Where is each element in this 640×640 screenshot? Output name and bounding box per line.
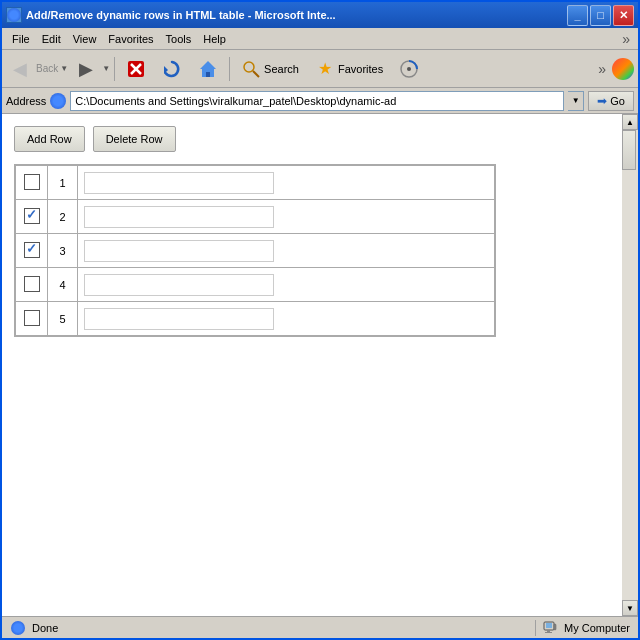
scroll-thumb[interactable] bbox=[622, 130, 636, 170]
menu-favorites[interactable]: Favorites bbox=[102, 31, 159, 47]
stop-icon bbox=[126, 59, 146, 79]
svg-rect-11 bbox=[546, 623, 552, 628]
svg-rect-14 bbox=[554, 624, 556, 630]
search-button[interactable]: Search bbox=[234, 54, 306, 84]
favorites-button[interactable]: ★ Favorites bbox=[308, 54, 390, 84]
svg-point-9 bbox=[407, 67, 411, 71]
toolbar-sep-2 bbox=[229, 57, 230, 81]
minimize-button[interactable]: _ bbox=[567, 5, 588, 26]
search-icon bbox=[241, 59, 261, 79]
home-button[interactable] bbox=[191, 54, 225, 84]
menu-edit[interactable]: Edit bbox=[36, 31, 67, 47]
row-number-1: 1 bbox=[48, 166, 78, 200]
row-checkbox-1[interactable] bbox=[24, 174, 40, 190]
go-arrow-icon: ➡ bbox=[597, 94, 607, 108]
refresh-icon bbox=[162, 59, 182, 79]
back-label: Back bbox=[36, 63, 58, 74]
maximize-button[interactable]: □ bbox=[590, 5, 611, 26]
row-input-3[interactable] bbox=[84, 240, 274, 262]
content-area: Add Row Delete Row 12345 ▲ ▼ bbox=[2, 114, 638, 616]
stop-button[interactable] bbox=[119, 54, 153, 84]
toolbar: ◀ Back ▼ ▶ ▼ bbox=[2, 50, 638, 88]
back-button[interactable]: ◀ bbox=[6, 55, 34, 83]
row-number-4: 4 bbox=[48, 268, 78, 302]
media-button[interactable] bbox=[392, 54, 426, 84]
status-bar: Done My Computer bbox=[2, 616, 638, 638]
scroll-down-button[interactable]: ▼ bbox=[622, 600, 638, 616]
address-input[interactable] bbox=[70, 91, 564, 111]
menu-file[interactable]: File bbox=[6, 31, 36, 47]
menu-tools[interactable]: Tools bbox=[160, 31, 198, 47]
data-table: 12345 bbox=[15, 165, 495, 336]
toolbar-chevron[interactable]: » bbox=[618, 31, 634, 47]
go-button[interactable]: ➡ Go bbox=[588, 91, 634, 111]
row-number-5: 5 bbox=[48, 302, 78, 336]
toolbar-expand[interactable]: » bbox=[594, 61, 610, 77]
title-bar: Add/Remove dynamic rows in HTML table - … bbox=[2, 2, 638, 28]
app-icon bbox=[6, 7, 22, 23]
row-input-4[interactable] bbox=[84, 274, 274, 296]
add-row-button[interactable]: Add Row bbox=[14, 126, 85, 152]
menu-bar: File Edit View Favorites Tools Help » bbox=[2, 28, 638, 50]
computer-icon bbox=[542, 620, 558, 636]
address-icon bbox=[50, 93, 66, 109]
search-label: Search bbox=[264, 63, 299, 75]
table-row: 1 bbox=[16, 166, 495, 200]
row-checkbox-2[interactable] bbox=[24, 208, 40, 224]
page-content: Add Row Delete Row 12345 bbox=[2, 114, 622, 616]
svg-point-6 bbox=[244, 62, 254, 72]
scroll-up-button[interactable]: ▲ bbox=[622, 114, 638, 130]
address-dropdown[interactable]: ▼ bbox=[568, 91, 584, 111]
go-label: Go bbox=[610, 95, 625, 107]
table-row: 3 bbox=[16, 234, 495, 268]
refresh-button[interactable] bbox=[155, 54, 189, 84]
svg-rect-12 bbox=[547, 630, 550, 632]
table-row: 4 bbox=[16, 268, 495, 302]
favorites-icon: ★ bbox=[315, 59, 335, 79]
row-number-2: 2 bbox=[48, 200, 78, 234]
row-input-5[interactable] bbox=[84, 308, 274, 330]
window-controls: _ □ ✕ bbox=[567, 5, 634, 26]
toolbar-sep-1 bbox=[114, 57, 115, 81]
delete-row-button[interactable]: Delete Row bbox=[93, 126, 176, 152]
address-label: Address bbox=[6, 95, 46, 107]
status-left: Done bbox=[10, 620, 535, 636]
forward-button[interactable]: ▶ bbox=[72, 55, 100, 83]
favorites-label: Favorites bbox=[338, 63, 383, 75]
row-checkbox-4[interactable] bbox=[24, 276, 40, 292]
media-icon bbox=[399, 59, 419, 79]
svg-rect-13 bbox=[545, 632, 552, 633]
row-input-2[interactable] bbox=[84, 206, 274, 228]
row-checkbox-5[interactable] bbox=[24, 310, 40, 326]
window: Add/Remove dynamic rows in HTML table - … bbox=[0, 0, 640, 640]
status-text: Done bbox=[32, 622, 58, 634]
window-title: Add/Remove dynamic rows in HTML table - … bbox=[26, 9, 567, 21]
status-globe-icon bbox=[10, 620, 26, 636]
scrollbar: ▲ ▼ bbox=[622, 114, 638, 616]
forward-dropdown[interactable]: ▼ bbox=[102, 64, 110, 73]
menu-view[interactable]: View bbox=[67, 31, 103, 47]
row-checkbox-3[interactable] bbox=[24, 242, 40, 258]
row-number-3: 3 bbox=[48, 234, 78, 268]
table-row: 2 bbox=[16, 200, 495, 234]
winxp-logo bbox=[612, 58, 634, 80]
menu-help[interactable]: Help bbox=[197, 31, 232, 47]
row-input-1[interactable] bbox=[84, 172, 274, 194]
status-separator bbox=[535, 620, 536, 636]
back-dropdown[interactable]: ▼ bbox=[60, 64, 68, 73]
status-computer-text: My Computer bbox=[564, 622, 630, 634]
button-row: Add Row Delete Row bbox=[14, 126, 610, 152]
close-button[interactable]: ✕ bbox=[613, 5, 634, 26]
home-icon bbox=[198, 59, 218, 79]
status-right: My Computer bbox=[535, 620, 630, 636]
address-bar: Address ▼ ➡ Go bbox=[2, 88, 638, 114]
table-container: 12345 bbox=[14, 164, 496, 337]
svg-line-7 bbox=[253, 71, 259, 77]
scroll-track[interactable] bbox=[622, 130, 638, 600]
svg-rect-5 bbox=[206, 72, 210, 77]
table-row: 5 bbox=[16, 302, 495, 336]
